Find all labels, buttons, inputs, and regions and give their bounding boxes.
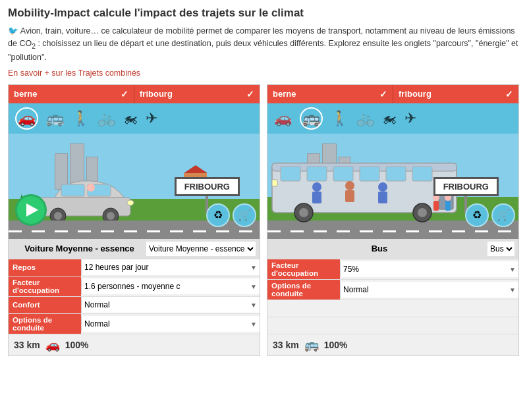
svg-point-8 — [87, 184, 95, 192]
left-footer: 33 km 🚗 100% — [9, 334, 260, 355]
svg-rect-14 — [360, 167, 379, 181]
right-footer: 33 km 🚌 100% — [267, 334, 518, 355]
left-repos-select[interactable]: 12 heures par jour — [81, 259, 260, 275]
right-scene: FRIBOURG ♻ 🛒 — [267, 134, 518, 239]
left-repos-select-wrapper: 12 heures par jour ▼ — [81, 259, 260, 275]
left-to-check: ✓ — [246, 89, 254, 99]
svg-rect-1 — [61, 184, 84, 196]
left-confort-select[interactable]: Normal — [81, 297, 260, 313]
left-footer-km: 33 km — [14, 340, 40, 350]
right-empty-row2 — [267, 317, 518, 334]
svg-point-22 — [378, 182, 387, 192]
right-icon-car[interactable]: 🚗 — [274, 110, 292, 127]
left-to-label: fribourg — [140, 89, 173, 99]
left-options-select[interactable]: Normal — [81, 316, 260, 332]
left-confort-select-wrapper: Normal ▼ — [81, 297, 260, 313]
left-route-bar: berne ✓ fribourg ✓ — [9, 85, 260, 103]
right-from-label: berne — [273, 89, 296, 99]
left-panel: berne ✓ fribourg ✓ 🚗 🚌 🚶 🚲 🏍 ✈ — [8, 84, 260, 356]
svg-point-27 — [418, 208, 427, 217]
svg-rect-23 — [378, 192, 387, 203]
right-to-check: ✓ — [505, 89, 513, 99]
right-recycle-button[interactable]: ♻ — [465, 203, 489, 227]
left-icon-moto[interactable]: 🏍 — [123, 110, 138, 127]
right-form: Bus Bus Facteur d'occupation 75% ▼ — [267, 239, 518, 355]
svg-point-20 — [345, 181, 354, 190]
right-to-label: fribourg — [399, 89, 431, 99]
left-cart-button[interactable]: 🛒 — [233, 203, 256, 227]
right-panel: berne ✓ fribourg ✓ 🚗 🚌 🚶 🚲 🏍 ✈ — [267, 84, 519, 356]
panels-container: berne ✓ fribourg ✓ 🚗 🚌 🚶 🚲 🏍 ✈ — [8, 84, 519, 356]
right-occupation-select[interactable]: 75% — [340, 261, 518, 277]
left-options-select-wrapper: Normal ▼ — [81, 316, 260, 332]
svg-point-18 — [312, 182, 321, 192]
right-from-button[interactable]: berne ✓ — [267, 85, 393, 103]
left-car — [35, 178, 137, 223]
left-occupation-row: Facteur d'occupation 1.6 personnes - moy… — [9, 276, 260, 297]
left-sign-text: FRIBOURG — [175, 177, 240, 196]
left-scene-buttons: ♻ 🛒 — [206, 203, 256, 227]
left-occupation-label: Facteur d'occupation — [9, 276, 81, 296]
right-icon-plane[interactable]: ✈ — [404, 110, 416, 127]
svg-point-7 — [127, 200, 134, 205]
svg-rect-12 — [307, 167, 327, 181]
left-icon-bike[interactable]: 🚲 — [97, 110, 115, 127]
left-to-button[interactable]: fribourg ✓ — [134, 85, 260, 103]
right-icon-bike[interactable]: 🚲 — [356, 110, 374, 127]
left-repos-label: Repos — [9, 259, 81, 276]
left-recycle-button[interactable]: ♻ — [206, 203, 230, 227]
combined-trips-link[interactable]: En savoir + sur les Trajets combinés — [8, 68, 140, 78]
intro-text: 🐦 Avion, train, voiture… ce calculateur … — [8, 25, 519, 64]
svg-rect-16 — [412, 167, 432, 181]
left-icon-bus[interactable]: 🚌 — [46, 110, 64, 127]
right-vehicle-label: Bus — [271, 244, 487, 253]
right-vehicle-select[interactable]: Bus — [487, 242, 514, 256]
svg-rect-15 — [386, 167, 406, 181]
left-icon-walk[interactable]: 🚶 — [72, 110, 90, 127]
left-from-label: berne — [14, 89, 37, 99]
left-confort-row: Confort Normal ▼ — [9, 297, 260, 314]
left-from-check: ✓ — [121, 89, 128, 99]
svg-point-25 — [299, 208, 308, 217]
left-transport-icons: 🚗 🚌 🚶 🚲 🏍 ✈ — [9, 103, 260, 134]
svg-point-6 — [107, 212, 115, 220]
svg-point-4 — [54, 212, 62, 220]
right-options-select-wrapper: Normal ▼ — [340, 282, 518, 298]
left-options-row: Options de conduite Normal ▼ — [9, 314, 260, 334]
left-confort-label: Confort — [9, 297, 81, 313]
left-occupation-select[interactable]: 1.6 personnes - moyenne c — [81, 278, 260, 294]
right-options-select[interactable]: Normal — [340, 282, 518, 298]
left-from-button[interactable]: berne ✓ — [9, 85, 134, 103]
left-footer-icon: 🚗 — [45, 338, 60, 352]
right-footer-km: 33 km — [273, 340, 299, 350]
left-footer-pct: 100% — [65, 340, 89, 350]
left-form: Voiture Moyenne - essence Voiture Moyenn… — [9, 239, 260, 355]
left-occupation-select-wrapper: 1.6 personnes - moyenne c ▼ — [81, 278, 260, 294]
right-from-check: ✓ — [379, 89, 387, 99]
right-cart-button[interactable]: 🛒 — [491, 203, 515, 227]
right-empty-row1 — [267, 300, 518, 317]
left-options-label: Options de conduite — [9, 314, 81, 334]
right-icon-walk[interactable]: 🚶 — [331, 110, 348, 127]
intro-emoji: 🐦 — [8, 26, 18, 36]
right-transport-icons: 🚗 🚌 🚶 🚲 🏍 ✈ — [267, 103, 518, 134]
right-icon-moto[interactable]: 🏍 — [382, 110, 397, 127]
right-icon-bus[interactable]: 🚌 — [300, 107, 323, 130]
left-vehicle-select[interactable]: Voiture Moyenne - essence — [146, 242, 256, 256]
right-sign-text: FRIBOURG — [433, 177, 499, 196]
right-footer-pct: 100% — [324, 340, 348, 350]
left-icon-car[interactable]: 🚗 — [15, 107, 38, 130]
right-options-label: Options de conduite — [267, 280, 340, 300]
left-repos-row: Repos 12 heures par jour ▼ — [9, 259, 260, 276]
left-scene: FRIBOURG ♻ 🛒 — [9, 134, 260, 239]
right-to-button[interactable]: fribourg ✓ — [393, 85, 518, 103]
right-footer-icon: 🚌 — [304, 338, 319, 352]
svg-rect-11 — [281, 167, 300, 181]
right-occupation-label: Facteur d'occupation — [267, 259, 340, 279]
svg-rect-19 — [312, 192, 321, 203]
left-vehicle-row: Voiture Moyenne - essence Voiture Moyenn… — [9, 239, 260, 259]
right-route-bar: berne ✓ fribourg ✓ — [267, 85, 518, 103]
left-play-button[interactable] — [15, 194, 47, 226]
right-occupation-row: Facteur d'occupation 75% ▼ — [267, 259, 518, 280]
left-icon-plane[interactable]: ✈ — [146, 110, 157, 127]
